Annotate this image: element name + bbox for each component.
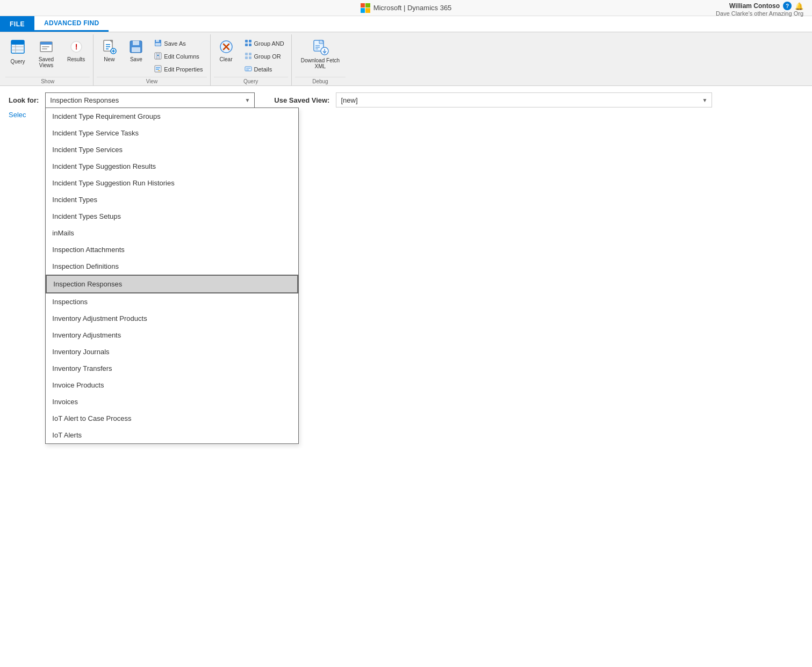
top-bar: Microsoft | Dynamics 365 William Contoso… bbox=[0, 0, 812, 16]
edit-properties-icon bbox=[154, 65, 162, 74]
dropdown-item[interactable]: Inventory Transfers bbox=[46, 360, 298, 377]
svg-rect-32 bbox=[158, 70, 160, 71]
dropdown-item[interactable]: Incident Type Suggestion Results bbox=[46, 158, 298, 175]
look-for-row: Look for: Inspection Responses ▼ Inciden… bbox=[9, 92, 803, 107]
debug-group-label: Debug bbox=[295, 77, 346, 85]
svg-rect-37 bbox=[249, 44, 251, 46]
group-or-button[interactable]: Group OR bbox=[241, 51, 288, 62]
look-for-select[interactable]: Inspection Responses ▼ bbox=[45, 92, 255, 107]
svg-rect-21 bbox=[132, 47, 140, 52]
group-and-button[interactable]: Group AND bbox=[241, 38, 288, 49]
dropdown-item[interactable]: Inventory Adjustment Products bbox=[46, 310, 298, 327]
dropdown-item[interactable]: Inspection Attachments bbox=[46, 241, 298, 258]
saved-views-button[interactable]: Saved Views bbox=[32, 37, 60, 71]
show-group-label: Show bbox=[5, 77, 90, 85]
clear-label: Clear bbox=[220, 56, 233, 62]
dropdown-items-container: Incident Type Requirement GroupsIncident… bbox=[46, 108, 298, 443]
dropdown-item[interactable]: Inventory Adjustments bbox=[46, 327, 298, 343]
dropdown-item[interactable]: Inspections bbox=[46, 293, 298, 310]
svg-text:!: ! bbox=[75, 42, 77, 51]
dropdown-item[interactable]: Incident Type Suggestion Run Histories bbox=[46, 175, 298, 191]
group-or-label: Group OR bbox=[254, 53, 281, 60]
save-as-label: Save As bbox=[164, 40, 185, 47]
look-for-chevron: ▼ bbox=[245, 97, 250, 103]
svg-rect-20 bbox=[133, 41, 139, 45]
dropdown-item[interactable]: Inspection Definitions bbox=[46, 258, 298, 275]
svg-rect-24 bbox=[155, 43, 161, 46]
look-for-dropdown-list[interactable]: Incident Type Requirement GroupsIncident… bbox=[45, 107, 299, 444]
query-label: Query bbox=[10, 59, 25, 64]
details-button[interactable]: Details bbox=[241, 63, 288, 75]
user-name: William Contoso bbox=[729, 2, 780, 10]
saved-view-chevron: ▼ bbox=[702, 97, 708, 103]
new-icon bbox=[102, 39, 117, 55]
saved-view-wrapper: [new] ▼ bbox=[336, 92, 803, 107]
svg-rect-1 bbox=[11, 40, 24, 45]
save-button[interactable]: Save bbox=[124, 37, 148, 65]
dropdown-item[interactable]: Incident Types bbox=[46, 191, 298, 208]
query-icon bbox=[10, 39, 25, 58]
saved-view-label: Use Saved View: bbox=[274, 96, 329, 104]
save-as-button[interactable]: Save As bbox=[150, 38, 206, 49]
dropdown-item[interactable]: IoT Alerts bbox=[46, 427, 298, 443]
show-buttons: Query Saved Views bbox=[5, 34, 90, 76]
dropdown-item[interactable]: Incident Type Service Tasks bbox=[46, 125, 298, 141]
results-icon: ! bbox=[69, 39, 84, 55]
svg-rect-8 bbox=[42, 48, 47, 49]
edit-properties-label: Edit Properties bbox=[164, 66, 203, 73]
edit-columns-icon bbox=[154, 52, 162, 61]
product-name: Microsoft | Dynamics 365 bbox=[373, 4, 452, 12]
ms-red-sq bbox=[361, 3, 365, 8]
svg-rect-35 bbox=[249, 40, 251, 42]
dropdown-item[interactable]: Invoice Products bbox=[46, 377, 298, 393]
svg-rect-36 bbox=[245, 44, 248, 46]
tab-advanced-find[interactable]: ADVANCED FIND bbox=[34, 16, 109, 32]
group-or-icon bbox=[245, 52, 252, 61]
ribbon-tabs: FILE ADVANCED FIND bbox=[0, 16, 812, 32]
download-fetch-xml-button[interactable]: Download Fetch XML bbox=[295, 37, 346, 72]
select-link[interactable]: Selec bbox=[9, 111, 26, 119]
tab-file[interactable]: FILE bbox=[0, 16, 34, 32]
saved-view-select[interactable]: [new] ▼ bbox=[336, 92, 712, 107]
main-content: Look for: Inspection Responses ▼ Inciden… bbox=[0, 86, 812, 125]
dropdown-item[interactable]: Incident Type Services bbox=[46, 141, 298, 158]
svg-rect-39 bbox=[249, 53, 251, 55]
notify-icon[interactable]: 🔔 bbox=[795, 2, 803, 10]
new-button[interactable]: New bbox=[97, 37, 121, 65]
ms-logo bbox=[361, 3, 370, 13]
svg-rect-38 bbox=[245, 53, 248, 55]
look-for-label: Look for: bbox=[9, 96, 39, 104]
ribbon-group-view: New Save bbox=[94, 34, 210, 85]
product-branding: Microsoft | Dynamics 365 bbox=[361, 3, 452, 13]
user-area: William Contoso ? 🔔 Dave Clarke's other … bbox=[716, 2, 803, 17]
edit-properties-button[interactable]: Edit Properties bbox=[150, 63, 206, 75]
svg-rect-42 bbox=[245, 67, 251, 71]
saved-views-label: Saved Views bbox=[39, 56, 54, 68]
saved-view-value: [new] bbox=[341, 96, 357, 104]
details-icon bbox=[245, 65, 252, 74]
query-group-label: Query bbox=[214, 77, 288, 85]
edit-columns-button[interactable]: Edit Columns bbox=[150, 51, 206, 62]
svg-rect-7 bbox=[42, 46, 49, 47]
query-button[interactable]: Query bbox=[5, 37, 30, 67]
ms-green-sq bbox=[365, 3, 370, 8]
dropdown-item[interactable]: Inventory Journals bbox=[46, 343, 298, 360]
clear-button[interactable]: Clear bbox=[214, 37, 239, 65]
clear-icon bbox=[219, 39, 234, 55]
dropdown-item[interactable]: Inspection Responses bbox=[46, 275, 298, 293]
svg-rect-6 bbox=[40, 42, 52, 45]
dropdown-item[interactable]: IoT Alert to Case Process bbox=[46, 410, 298, 427]
ms-blue-sq bbox=[361, 8, 365, 13]
group-and-icon bbox=[245, 39, 252, 48]
results-label: Results bbox=[67, 56, 85, 62]
svg-rect-34 bbox=[245, 40, 248, 42]
look-for-value: Inspection Responses bbox=[50, 96, 119, 104]
dropdown-item[interactable]: Incident Type Requirement Groups bbox=[46, 108, 298, 125]
help-button[interactable]: ? bbox=[783, 2, 792, 10]
results-button[interactable]: ! Results bbox=[62, 37, 90, 65]
dropdown-item[interactable]: inMails bbox=[46, 225, 298, 241]
dropdown-item[interactable]: Invoices bbox=[46, 393, 298, 410]
dropdown-item[interactable]: Incident Types Setups bbox=[46, 208, 298, 225]
look-for-dropdown-container: Inspection Responses ▼ Incident Type Req… bbox=[45, 92, 255, 107]
svg-rect-40 bbox=[245, 56, 248, 59]
